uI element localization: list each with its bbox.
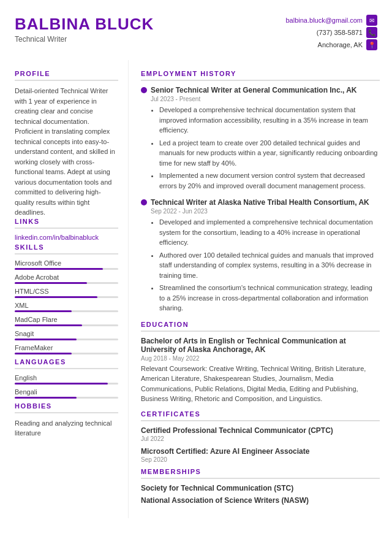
skill-bar-bg bbox=[15, 324, 118, 326]
skill-name: Microsoft Office bbox=[15, 259, 118, 267]
emp-bullets: Developed a comprehensive technical docu… bbox=[151, 105, 380, 191]
emp-title: Senior Technical Writer at General Commu… bbox=[151, 86, 357, 94]
skill-name: XML bbox=[15, 302, 118, 309]
skill-item: Snagit bbox=[15, 330, 118, 340]
job-title: Technical Writer bbox=[15, 35, 154, 44]
certificates-section: CERTIFICATES Certified Professional Tech… bbox=[141, 410, 380, 463]
emp-bullets: Developed and implemented a comprehensiv… bbox=[151, 217, 380, 313]
language-bar-fill bbox=[15, 383, 108, 385]
skill-item: Adobe Acrobat bbox=[15, 274, 118, 284]
skill-bar-bg bbox=[15, 268, 118, 270]
skill-bar-fill bbox=[15, 339, 77, 340]
edu-degree: Bachelor of Arts in English or Technical… bbox=[141, 337, 380, 354]
links-section: LINKS linkedin.com/in/balbinabluck bbox=[15, 218, 118, 241]
profile-section-title: PROFILE bbox=[15, 70, 118, 81]
phone-number: (737) 358-5871 bbox=[317, 29, 363, 36]
skill-bar-fill bbox=[15, 324, 82, 326]
skills-section: SKILLS Microsoft Office Adobe Acrobat HT… bbox=[15, 243, 118, 354]
education-section-title: EDUCATION bbox=[141, 321, 380, 332]
skill-bar-fill bbox=[15, 282, 87, 284]
skill-bar-bg bbox=[15, 296, 118, 298]
cert-date: Jul 2022 bbox=[141, 435, 380, 442]
cert-name: Certified Professional Technical Communi… bbox=[141, 426, 380, 435]
language-item: English bbox=[15, 374, 118, 385]
skill-item: Microsoft Office bbox=[15, 259, 118, 270]
employment-entry: Technical Writer at Alaska Native Tribal… bbox=[141, 198, 380, 313]
employment-section-title: EMPLOYMENT HISTORY bbox=[141, 70, 380, 81]
skill-bar-bg bbox=[15, 339, 118, 340]
employment-section: EMPLOYMENT HISTORY Senior Technical Writ… bbox=[141, 70, 380, 313]
skill-bar-bg bbox=[15, 310, 118, 312]
skill-name: MadCap Flare bbox=[15, 316, 118, 323]
edu-coursework: Relevant Coursework: Creative Writing, T… bbox=[141, 364, 380, 404]
linkedin-link[interactable]: linkedin.com/in/balbinabluck bbox=[15, 234, 118, 241]
email-icon: ✉ bbox=[366, 15, 377, 26]
skill-item: HTML/CSS bbox=[15, 288, 118, 298]
skill-item: XML bbox=[15, 302, 118, 312]
employment-entry: Senior Technical Writer at General Commu… bbox=[141, 86, 380, 191]
education-section: EDUCATION Bachelor of Arts in English or… bbox=[141, 321, 380, 404]
header: BALBINA BLUCK Technical Writer balbina.b… bbox=[0, 0, 392, 60]
bullet-item: Developed a comprehensive technical docu… bbox=[159, 105, 380, 136]
emp-title: Technical Writer at Alaska Native Tribal… bbox=[151, 198, 369, 207]
language-name: English bbox=[15, 374, 118, 381]
language-name: Bengali bbox=[15, 388, 118, 396]
languages-section: LANGUAGES English Bengali bbox=[15, 358, 118, 399]
certificate-entry: Microsoft Certified: Azure AI Engineer A… bbox=[141, 447, 380, 463]
skills-section-title: SKILLS bbox=[15, 243, 118, 255]
hobbies-section: HOBBIES Reading and analyzing technical … bbox=[15, 402, 118, 438]
skill-name: Snagit bbox=[15, 330, 118, 337]
location: Anchorage, AK bbox=[318, 41, 363, 48]
skill-name: Adobe Acrobat bbox=[15, 274, 118, 281]
languages-section-title: LANGUAGES bbox=[15, 358, 118, 369]
memberships-section: MEMBERSHIPS Society for Technical Commun… bbox=[141, 468, 380, 505]
skill-bar-fill bbox=[15, 353, 72, 354]
language-bar-fill bbox=[15, 397, 77, 399]
full-name: BALBINA BLUCK bbox=[15, 15, 154, 34]
hobbies-text: Reading and analyzing technical literatu… bbox=[15, 418, 118, 438]
skill-bar-bg bbox=[15, 353, 118, 354]
profile-section: PROFILE Detail-oriented Technical Writer… bbox=[15, 70, 118, 218]
edu-date: Aug 2018 - May 2022 bbox=[141, 355, 380, 362]
hobbies-section-title: HOBBIES bbox=[15, 402, 118, 413]
certificates-section-title: CERTIFICATES bbox=[141, 410, 380, 421]
language-bar-bg bbox=[15, 397, 118, 399]
skill-name: FrameMaker bbox=[15, 344, 118, 351]
education-entry: Bachelor of Arts in English or Technical… bbox=[141, 337, 380, 404]
emp-dot bbox=[141, 87, 147, 93]
skill-bar-fill bbox=[15, 310, 72, 312]
phone-icon: 📞 bbox=[366, 27, 377, 38]
emp-date: Sep 2022 - Jun 2023 bbox=[151, 208, 380, 215]
emp-dot bbox=[141, 199, 147, 205]
cert-name: Microsoft Certified: Azure AI Engineer A… bbox=[141, 447, 380, 456]
email-link[interactable]: balbina.bluck@gmail.com bbox=[285, 17, 363, 24]
bullet-item: Developed and implemented a comprehensiv… bbox=[159, 217, 380, 248]
emp-date: Jul 2023 - Present bbox=[151, 96, 380, 102]
skill-bar-bg bbox=[15, 282, 118, 284]
membership-entry: National Association of Science Writers … bbox=[141, 496, 380, 505]
location-icon: 📍 bbox=[366, 39, 377, 50]
skill-item: MadCap Flare bbox=[15, 316, 118, 326]
bullet-item: Implemented a new document version contr… bbox=[159, 170, 380, 191]
cert-date: Sep 2020 bbox=[141, 456, 380, 463]
skill-name: HTML/CSS bbox=[15, 288, 118, 295]
skill-bar-fill bbox=[15, 268, 103, 270]
certificate-entry: Certified Professional Technical Communi… bbox=[141, 426, 380, 442]
language-item: Bengali bbox=[15, 388, 118, 399]
bullet-item: Led a project team to create over 200 de… bbox=[159, 138, 380, 169]
skill-item: FrameMaker bbox=[15, 344, 118, 354]
skill-bar-fill bbox=[15, 296, 97, 298]
language-bar-bg bbox=[15, 383, 118, 385]
bullet-item: Streamlined the consortium's technical c… bbox=[159, 283, 380, 313]
bullet-item: Authored over 100 detailed technical gui… bbox=[159, 250, 380, 281]
profile-text: Detail-oriented Technical Writer with 1 … bbox=[15, 86, 118, 218]
membership-entry: Society for Technical Communication (STC… bbox=[141, 484, 380, 492]
links-section-title: LINKS bbox=[15, 218, 118, 229]
memberships-section-title: MEMBERSHIPS bbox=[141, 468, 380, 479]
